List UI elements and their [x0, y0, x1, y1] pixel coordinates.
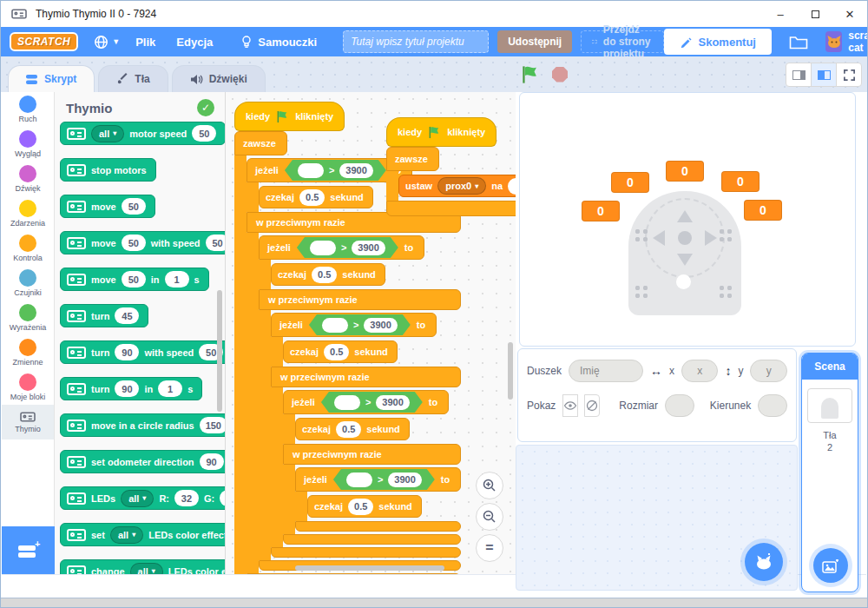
close-button[interactable]: ✕ — [832, 1, 867, 27]
tutorials-button[interactable]: Samouczki — [230, 35, 327, 49]
value-input[interactable]: 50 — [122, 235, 146, 251]
language-selector[interactable]: ▼ — [94, 35, 120, 50]
wait-block[interactable]: czekaj0.5sekund — [307, 495, 422, 518]
project-page-button[interactable]: Przejdź do strony projektu — [581, 30, 663, 53]
value-input[interactable] — [508, 178, 516, 195]
horizontal-scrollbar[interactable] — [295, 565, 444, 571]
variable-monitor[interactable]: 0 — [611, 172, 649, 193]
category-item-kontrola[interactable]: Kontrola — [2, 231, 54, 266]
category-item-zmienne[interactable]: Zmienne — [2, 335, 54, 370]
value-input[interactable]: 50 — [122, 198, 146, 215]
zoom-out-button[interactable] — [476, 503, 503, 531]
category-item-ruch[interactable]: Ruch — [2, 92, 54, 127]
dropdown[interactable]: all▾ — [110, 526, 143, 544]
empty-slot[interactable] — [310, 241, 336, 255]
category-item-dźwięk[interactable]: Dźwięk — [2, 162, 54, 196]
palette-block[interactable]: move50 — [60, 195, 155, 218]
value-input[interactable]: 50 — [122, 271, 146, 287]
value-input[interactable]: 45 — [115, 307, 139, 324]
value-input[interactable]: 3900 — [339, 163, 372, 178]
value-input[interactable]: 0.5 — [312, 267, 337, 283]
category-item-thymio[interactable]: Thymio — [2, 405, 54, 439]
value-input[interactable]: 1 — [165, 271, 189, 287]
palette-block[interactable]: move50in1s — [60, 268, 209, 291]
wait-block[interactable]: czekaj0.5sekund — [283, 340, 398, 363]
when-flag-clicked-block[interactable]: kiedykliknięty — [386, 117, 496, 147]
stage[interactable]: 00000 — [519, 92, 856, 347]
value-input[interactable]: 1 — [158, 380, 182, 397]
tab-backdrops[interactable]: Tła — [98, 65, 168, 92]
add-sprite-button[interactable] — [745, 543, 783, 581]
value-input[interactable]: 50 — [192, 125, 216, 142]
value-input[interactable]: 3900 — [388, 473, 421, 487]
palette-block[interactable]: turn90in1s — [60, 377, 202, 400]
greater-than-operator[interactable]: >3900 — [285, 160, 386, 181]
palette-block[interactable]: turn45 — [60, 304, 148, 327]
value-input[interactable]: 0.5 — [336, 421, 361, 438]
if-else-block[interactable]: jeżeli>3900toczekaj0.5sekundw przeciwnym… — [283, 390, 461, 545]
if-else-block[interactable]: jeżeli>3900toczekaj0.5sekundw przeciwnym… — [247, 158, 461, 574]
wait-block[interactable]: czekaj0.5sekund — [259, 186, 373, 208]
vertical-scrollbar[interactable] — [508, 342, 513, 400]
value-input[interactable]: 0.5 — [324, 344, 349, 360]
maximize-button[interactable] — [798, 1, 832, 27]
variable-monitor[interactable]: 0 — [666, 161, 704, 182]
palette-block[interactable]: move in a circle radius150angle4 — [60, 413, 226, 437]
green-flag-button[interactable] — [521, 65, 540, 84]
wait-block[interactable]: czekaj0.5sekund — [295, 418, 410, 440]
menu-item-file[interactable]: Plik — [125, 36, 166, 49]
zoom-reset-button[interactable]: = — [476, 534, 503, 562]
value-input[interactable]: 90 — [115, 380, 139, 397]
script-workspace[interactable]: kiedyklikniętyzawszejeżeli>3900toczekaj0… — [226, 92, 516, 574]
palette-block[interactable]: LEDsall▾R:32G:0B: — [60, 486, 226, 510]
connected-check-icon[interactable]: ✓ — [197, 99, 214, 116]
value-input[interactable]: 32 — [174, 490, 199, 506]
dropdown[interactable]: all▾ — [91, 125, 124, 142]
comment-button[interactable]: Skomentuj — [664, 29, 772, 55]
add-backdrop-button[interactable] — [813, 548, 848, 583]
value-input[interactable]: 150 — [200, 417, 226, 433]
palette-block[interactable]: stop motors — [60, 158, 156, 182]
category-item-zdarzenia[interactable]: Zdarzenia — [2, 196, 54, 231]
empty-slot[interactable] — [298, 163, 324, 178]
greater-than-operator[interactable]: >3900 — [321, 392, 423, 413]
forever-block[interactable]: zawszeustawprox0▾naustawprox1▾naustawpro… — [386, 147, 516, 216]
greater-than-operator[interactable]: >3900 — [333, 469, 435, 490]
greater-than-operator[interactable]: >3900 — [297, 237, 398, 258]
when-flag-clicked-block[interactable]: kiedykliknięty — [234, 102, 345, 131]
small-stage-button[interactable] — [786, 63, 812, 87]
add-extension-button[interactable]: + — [2, 526, 55, 574]
value-input[interactable]: 0 — [220, 490, 226, 506]
palette-block[interactable]: changeall▾LEDs color effect by — [60, 559, 226, 574]
sprite-list[interactable] — [516, 445, 798, 591]
value-input[interactable]: 3900 — [352, 241, 385, 255]
stage-selector-panel[interactable]: Scena Tła 2 — [801, 353, 858, 592]
if-else-block[interactable]: jeżeli>3900toczekaj0.5sekund — [295, 467, 461, 532]
palette-block[interactable]: setall▾LEDs color effect to0 — [60, 523, 226, 546]
palette-block[interactable]: turn90with speed50 — [60, 340, 226, 364]
empty-slot[interactable] — [346, 473, 372, 487]
zoom-in-button[interactable] — [476, 472, 503, 499]
value-input[interactable]: 90 — [200, 453, 224, 470]
value-input[interactable]: 90 — [115, 344, 139, 360]
large-stage-button[interactable] — [811, 63, 837, 87]
thymio-robot-sprite[interactable] — [628, 191, 741, 315]
empty-slot[interactable] — [334, 395, 360, 410]
greater-than-operator[interactable]: >3900 — [309, 314, 411, 335]
backdrop-thumbnail[interactable] — [807, 388, 852, 423]
minimize-button[interactable]: – — [763, 1, 798, 27]
dropdown[interactable]: all▾ — [121, 490, 154, 507]
category-item-wyrażenia[interactable]: Wyrażenia — [2, 301, 54, 335]
fullscreen-button[interactable] — [836, 63, 862, 87]
palette-block[interactable]: move50with speed50 — [60, 231, 226, 254]
category-item-czujniki[interactable]: Czujniki — [2, 266, 54, 301]
if-else-block[interactable]: jeżeli>3900toczekaj0.5sekundw przeciwnym… — [259, 235, 461, 571]
palette-block[interactable]: set odometer direction90x:0y: — [60, 450, 226, 473]
variable-dropdown[interactable]: prox0▾ — [437, 177, 486, 195]
empty-slot[interactable] — [322, 318, 348, 333]
value-input[interactable]: 3900 — [376, 395, 409, 410]
category-item-wygląd[interactable]: Wygląd — [2, 127, 54, 162]
share-button[interactable]: Udostępnij — [497, 30, 572, 53]
palette-block[interactable]: all▾motor speed50 — [60, 122, 226, 145]
palette-scrollbar[interactable] — [217, 290, 222, 412]
